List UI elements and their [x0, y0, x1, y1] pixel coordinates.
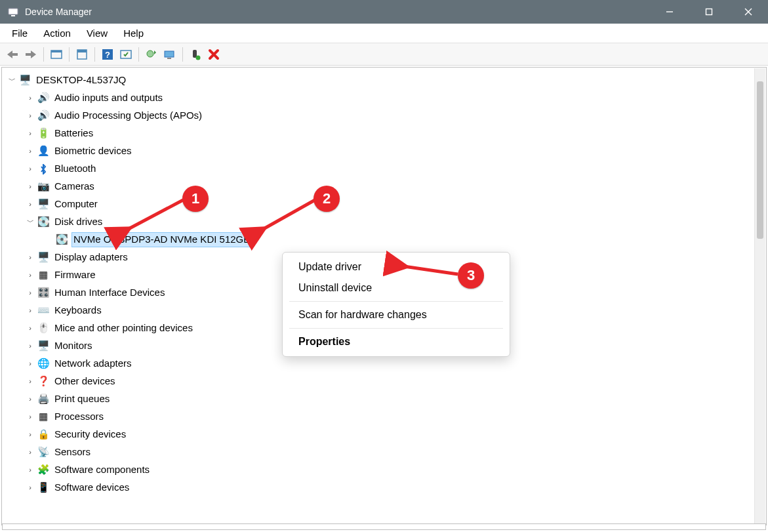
scan-hardware-button[interactable] [161, 46, 178, 63]
disk-icon: 💽 [37, 216, 49, 228]
help-button[interactable]: ? [99, 46, 116, 63]
category-other[interactable]: ›❓Other devices [5, 373, 763, 390]
chevron-right-icon[interactable]: › [26, 182, 35, 192]
chevron-right-icon[interactable]: › [26, 129, 35, 138]
component-icon: 🧩 [37, 464, 49, 476]
category-batteries[interactable]: ›🔋Batteries [5, 125, 763, 142]
category-sw-components[interactable]: ›🧩Software components [5, 461, 763, 479]
unknown-icon: ❓ [37, 376, 49, 388]
category-label: Mice and other pointing devices [53, 321, 194, 335]
menu-help[interactable]: Help [115, 25, 152, 41]
chevron-right-icon[interactable]: › [26, 377, 35, 386]
update-driver-button[interactable] [143, 46, 160, 63]
chevron-right-icon[interactable]: › [26, 341, 35, 351]
menu-action[interactable]: Action [35, 25, 79, 41]
toolbar-separator [138, 47, 139, 62]
network-icon: 🌐 [37, 358, 49, 370]
window-controls [650, 0, 768, 24]
show-hidden-button[interactable] [48, 46, 65, 63]
device-manager-icon [8, 7, 18, 17]
uninstall-device-button[interactable] [205, 46, 222, 63]
properties-button[interactable] [73, 46, 91, 63]
chevron-right-icon[interactable]: › [26, 412, 35, 422]
root-label: DESKTOP-4L537JQ [35, 73, 127, 87]
toolbar-separator [94, 47, 95, 62]
chevron-right-icon[interactable]: › [26, 465, 35, 475]
category-apo[interactable]: ›🔊Audio Processing Objects (APOs) [5, 107, 763, 125]
category-biometric[interactable]: ›👤Biometric devices [5, 142, 763, 160]
chevron-right-icon[interactable]: › [26, 146, 35, 156]
svg-rect-6 [12, 53, 18, 56]
category-audio-io[interactable]: ›🔊Audio inputs and outputs [5, 89, 763, 107]
badge-label: 3 [467, 267, 475, 284]
chevron-right-icon[interactable]: › [26, 270, 35, 280]
vertical-scrollbar[interactable] [754, 68, 765, 524]
svg-point-19 [196, 55, 201, 60]
maximize-button[interactable] [689, 0, 729, 24]
chevron-right-icon[interactable]: › [26, 93, 35, 103]
chevron-right-icon[interactable]: › [26, 288, 35, 298]
chip-icon: ▦ [37, 270, 49, 281]
camera-icon: 📷 [37, 181, 49, 193]
category-network[interactable]: ›🌐Network adapters [5, 355, 763, 373]
category-security[interactable]: ›🔒Security devices [5, 426, 763, 443]
category-label: Sensors [53, 445, 92, 459]
chevron-right-icon[interactable]: › [26, 164, 35, 174]
chevron-down-icon[interactable]: ﹀ [26, 217, 35, 227]
chevron-right-icon[interactable]: › [26, 323, 35, 333]
category-label: Software components [53, 462, 151, 477]
tree-root[interactable]: ﹀ 🖥️ DESKTOP-4L537JQ [5, 72, 763, 89]
badge-label: 2 [323, 190, 331, 207]
forward-button[interactable] [22, 46, 39, 63]
device-nvme-disk[interactable]: 💽NVMe OM3PDP3-AD NVMe KDI 512GB [5, 231, 763, 249]
category-print[interactable]: ›🖨️Print queues [5, 390, 763, 408]
ctx-properties[interactable]: Properties [283, 331, 510, 352]
hid-icon: 🎛️ [37, 287, 49, 299]
menu-view[interactable]: View [79, 25, 115, 41]
disk-icon: 💽 [56, 234, 68, 246]
category-label: Print queues [53, 392, 111, 406]
category-label: Audio Processing Objects (APOs) [53, 108, 203, 123]
category-label: Monitors [53, 338, 94, 353]
toolbar-separator [182, 47, 183, 62]
category-label: Computer [53, 197, 99, 211]
chevron-right-icon[interactable]: › [26, 199, 35, 209]
chevron-right-icon[interactable]: › [26, 483, 35, 493]
monitor-icon: 🖥️ [37, 199, 49, 211]
ctx-scan-hardware[interactable]: Scan for hardware changes [283, 304, 510, 325]
enable-device-button[interactable] [187, 46, 204, 63]
minimize-button[interactable] [650, 0, 689, 24]
sensor-icon: 📡 [37, 447, 49, 459]
annotation-arrow-1 [121, 197, 186, 239]
category-processors[interactable]: ›▦Processors [5, 408, 763, 426]
category-sensors[interactable]: ›📡Sensors [5, 443, 763, 461]
svg-line-21 [262, 200, 315, 230]
chevron-down-icon[interactable]: ﹀ [7, 75, 16, 85]
action-button[interactable] [117, 46, 134, 63]
cpu-icon: ▦ [37, 411, 49, 423]
category-computer[interactable]: ›🖥️Computer [5, 195, 763, 213]
chevron-right-icon[interactable]: › [26, 253, 35, 262]
mouse-icon: 🖱️ [37, 323, 49, 335]
keyboard-icon: ⌨️ [37, 305, 49, 317]
category-label: Network adapters [53, 356, 133, 371]
menu-file[interactable]: File [4, 25, 35, 41]
annotation-badge-1: 1 [182, 186, 209, 212]
chevron-right-icon[interactable]: › [26, 447, 35, 457]
chevron-right-icon[interactable]: › [26, 430, 35, 440]
chevron-right-icon[interactable]: › [26, 359, 35, 369]
category-disk-drives[interactable]: ﹀💽Disk drives [5, 213, 763, 231]
chevron-right-icon[interactable]: › [26, 306, 35, 316]
badge-label: 1 [192, 190, 199, 207]
printer-icon: 🖨️ [37, 394, 49, 405]
menu-bar: File Action View Help [0, 24, 768, 43]
shield-icon: 🔒 [37, 429, 49, 441]
close-button[interactable] [729, 0, 768, 24]
category-bluetooth[interactable]: ›Bluetooth [5, 160, 763, 178]
chevron-right-icon[interactable]: › [26, 394, 35, 404]
svg-text:?: ? [105, 50, 110, 60]
category-sw-devices[interactable]: ›📱Software devices [5, 479, 763, 497]
category-cameras[interactable]: ›📷Cameras [5, 178, 763, 195]
back-button[interactable] [4, 46, 21, 63]
chevron-right-icon[interactable]: › [26, 111, 35, 121]
